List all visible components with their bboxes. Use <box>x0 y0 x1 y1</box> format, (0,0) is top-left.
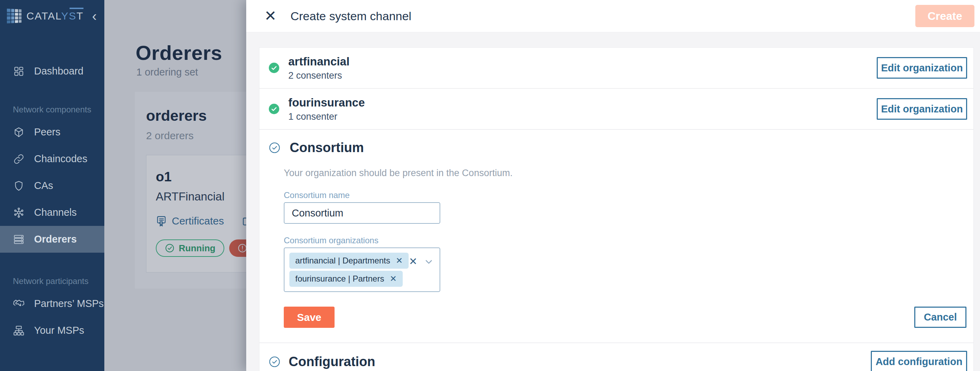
consortium-form-buttons: Save Cancel <box>284 307 966 328</box>
modal-header: ✕ Create system channel Create <box>246 0 980 32</box>
org-chip[interactable]: fourinsurance | Partners ✕ <box>290 271 403 287</box>
network-hub-icon <box>13 207 25 219</box>
handshake-icon <box>13 298 25 310</box>
create-button[interactable]: Create <box>915 5 974 27</box>
sidebar-item-partners-msps[interactable]: Partners’ MSPs <box>0 290 104 317</box>
step-check-icon <box>269 356 280 368</box>
consortium-orgs-multiselect[interactable]: artfinancial | Departments ✕ fourinsuran… <box>284 248 440 292</box>
org-row-artfinancial: artfinancial 2 consenters Edit organizat… <box>259 48 974 88</box>
configuration-section: Configuration Add configuration <box>259 343 974 371</box>
shield-icon <box>13 180 25 192</box>
edit-organization-button[interactable]: Edit organization <box>877 57 967 78</box>
sidebar-item-cas[interactable]: CAs <box>0 172 104 199</box>
dashboard-icon <box>13 66 25 77</box>
sidebar-item-your-msps[interactable]: Your MSPs <box>0 317 104 344</box>
sidebar-item-label: Peers <box>34 126 60 138</box>
org-chip-label: artfinancial | Departments <box>295 256 390 265</box>
modal-card: artfinancial 2 consenters Edit organizat… <box>259 47 974 371</box>
success-check-icon <box>269 62 279 73</box>
consortium-orgs-label: Consortium organizations <box>284 236 966 245</box>
chevron-down-icon[interactable] <box>424 257 433 266</box>
sidebar-item-dashboard[interactable]: Dashboard <box>0 58 104 85</box>
sidebar-item-orderers[interactable]: Orderers <box>0 226 104 253</box>
consortium-section-head: Consortium <box>269 140 966 155</box>
sidebar-item-label: Channels <box>34 207 77 218</box>
chain-link-icon <box>13 153 25 165</box>
sidebar-item-label: Orderers <box>34 233 77 245</box>
org-texts: artfinancial 2 consenters <box>288 55 350 81</box>
chip-remove-icon[interactable]: ✕ <box>396 256 403 265</box>
sidebar-nav: Dashboard Network components Peers Chain… <box>0 58 104 344</box>
success-check-icon <box>269 104 279 114</box>
save-button[interactable]: Save <box>284 307 334 328</box>
multiselect-controls: ✕ <box>409 256 433 267</box>
modal-body: artfinancial 2 consenters Edit organizat… <box>246 32 980 371</box>
sidebar-item-label: Chaincodes <box>34 153 87 165</box>
org-detail: 2 consenters <box>288 70 350 81</box>
sidebar-item-label: CAs <box>34 180 53 192</box>
app-root: CATALYST ‹ Dashboard Network components … <box>0 0 980 371</box>
cube-icon <box>13 126 25 138</box>
consortium-title: Consortium <box>290 140 364 155</box>
org-row-fourinsurance: fourinsurance 1 consenter Edit organizat… <box>259 89 974 129</box>
chip-remove-icon[interactable]: ✕ <box>390 274 397 284</box>
org-detail: 1 consenter <box>288 111 365 122</box>
org-chip[interactable]: artfinancial | Departments ✕ <box>290 253 409 269</box>
sidebar-section-network-participants: Network participants <box>0 276 104 286</box>
org-chip-label: fourinsurance | Partners <box>295 274 384 284</box>
sidebar-item-label: Your MSPs <box>34 325 84 336</box>
create-system-channel-modal: ✕ Create system channel Create artfinanc… <box>246 0 980 371</box>
org-name: fourinsurance <box>288 96 365 109</box>
consortium-description: Your organization should be present in t… <box>284 168 966 179</box>
step-check-icon <box>269 142 280 154</box>
sidebar: CATALYST ‹ Dashboard Network components … <box>0 0 104 371</box>
consortium-name-input[interactable] <box>284 202 440 224</box>
logo-row: CATALYST ‹ <box>0 0 104 23</box>
org-chart-icon <box>13 325 25 337</box>
logo-wordmark: CATALYST <box>26 10 83 22</box>
server-stack-icon <box>13 233 25 245</box>
sidebar-item-chaincodes[interactable]: Chaincodes <box>0 146 104 172</box>
sidebar-section-network-components: Network components <box>0 105 104 115</box>
configuration-title: Configuration <box>289 354 375 369</box>
close-icon[interactable]: ✕ <box>264 9 277 23</box>
sidebar-item-peers[interactable]: Peers <box>0 119 104 146</box>
add-configuration-button[interactable]: Add configuration <box>871 351 967 371</box>
clear-all-icon[interactable]: ✕ <box>409 256 417 267</box>
sidebar-item-label: Partners’ MSPs <box>34 298 103 309</box>
org-name: artfinancial <box>288 55 350 68</box>
org-texts: fourinsurance 1 consenter <box>288 96 365 122</box>
sidebar-item-channels[interactable]: Channels <box>0 199 104 226</box>
catalyst-logo-icon <box>7 9 22 23</box>
sidebar-item-label: Dashboard <box>34 66 83 77</box>
edit-organization-button[interactable]: Edit organization <box>877 98 967 120</box>
consortium-section: Consortium Your organization should be p… <box>259 130 974 342</box>
sidebar-collapse-icon[interactable]: ‹ <box>89 9 99 23</box>
cancel-button[interactable]: Cancel <box>914 307 966 328</box>
consortium-name-label: Consortium name <box>284 190 966 200</box>
modal-title: Create system channel <box>290 10 411 23</box>
